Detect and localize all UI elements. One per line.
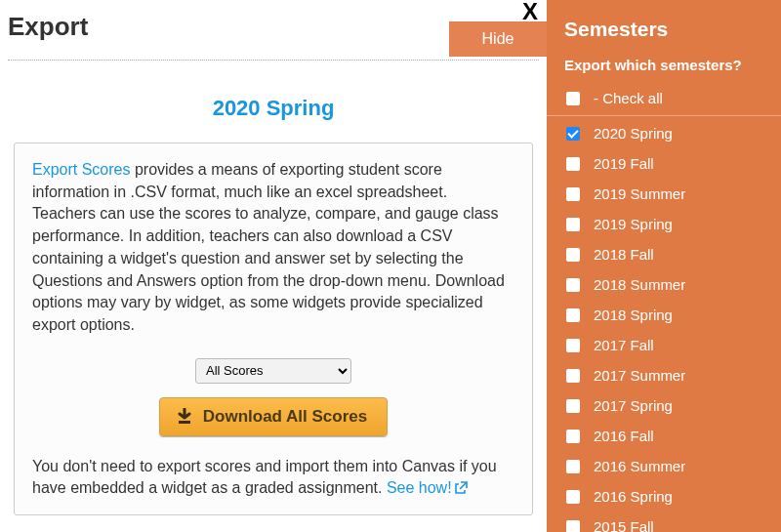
semester-checkbox[interactable] [566,187,580,201]
semester-row[interactable]: 2016 Spring [547,481,781,512]
select-row: All Scores [32,358,514,384]
semesters-sidebar: Semesters Export which semesters? - Chec… [547,0,781,532]
semester-row[interactable]: 2019 Summer [547,179,781,209]
semester-checkbox[interactable] [566,127,580,141]
semester-row[interactable]: 2018 Fall [547,239,781,269]
semester-row[interactable]: 2017 Summer [547,360,781,390]
semester-row[interactable]: 2020 Spring [547,118,781,148]
semester-label[interactable]: 2019 Spring [594,216,673,232]
svg-rect-0 [179,421,190,424]
semester-label[interactable]: 2017 Spring [594,397,673,414]
semester-row[interactable]: 2019 Fall [547,148,781,179]
semester-label[interactable]: 2015 Fall [594,518,654,532]
semester-checkbox[interactable] [566,399,580,413]
description-panel: Export Scores provides a means of export… [14,143,533,515]
semester-row[interactable]: 2017 Fall [547,330,781,360]
semester-row[interactable]: 2017 Spring [547,390,781,421]
download-icon [176,408,193,426]
semester-checkbox[interactable] [566,218,580,231]
download-button[interactable]: Download All Scores [159,397,388,436]
semester-label[interactable]: 2018 Summer [594,276,685,293]
semester-label[interactable]: 2019 Summer [594,185,685,202]
check-all-label[interactable]: - Check all [594,90,663,106]
sidebar-subhead: Export which semesters? [547,57,781,83]
semester-list: 2020 Spring2019 Fall2019 Summer2019 Spri… [547,118,781,532]
check-all-checkbox[interactable] [566,92,580,105]
semester-checkbox[interactable] [566,430,580,443]
semester-row[interactable]: 2016 Fall [547,421,781,451]
semester-label[interactable]: 2017 Fall [594,337,654,353]
divider [8,60,539,61]
semester-label[interactable]: 2018 Fall [594,246,654,263]
semester-label[interactable]: 2016 Fall [594,428,654,444]
external-link-icon [455,478,468,500]
semester-checkbox[interactable] [566,460,580,473]
download-button-label: Download All Scores [203,407,367,427]
check-all-row[interactable]: - Check all [547,83,781,116]
see-how-link[interactable]: See how! [387,479,468,496]
sidebar-title: Semesters [547,18,781,57]
semester-label[interactable]: 2016 Summer [594,458,685,474]
download-row: Download All Scores [32,397,514,436]
export-scores-link[interactable]: Export Scores [32,161,130,178]
hide-button[interactable]: Hide [449,21,547,57]
scores-select[interactable]: All Scores [195,358,351,384]
semester-checkbox[interactable] [566,157,580,171]
semester-label[interactable]: 2017 Summer [594,367,685,384]
semester-label[interactable]: 2020 Spring [594,125,673,142]
semester-row[interactable]: 2018 Spring [547,300,781,330]
current-semester-heading: 2020 Spring [8,96,539,121]
semester-checkbox[interactable] [566,278,580,292]
footnote-text: You don't need to export scores and impo… [32,456,514,501]
semester-label[interactable]: 2016 Spring [594,488,673,505]
semester-checkbox[interactable] [566,490,580,504]
semester-checkbox[interactable] [566,248,580,262]
export-panel: X Hide Export 2020 Spring Export Scores … [0,0,547,532]
semester-checkbox[interactable] [566,369,580,383]
semester-row[interactable]: 2019 Spring [547,209,781,239]
description-text: Export Scores provides a means of export… [32,159,514,337]
semester-label[interactable]: 2019 Fall [594,155,654,172]
semester-checkbox[interactable] [566,339,580,352]
semester-row[interactable]: 2018 Summer [547,269,781,300]
semester-checkbox[interactable] [566,308,580,322]
semester-checkbox[interactable] [566,520,580,533]
semester-label[interactable]: 2018 Spring [594,307,673,323]
semester-row[interactable]: 2016 Summer [547,451,781,481]
description-body: provides a means of exporting student sc… [32,161,505,333]
semester-row[interactable]: 2015 Fall [547,512,781,532]
